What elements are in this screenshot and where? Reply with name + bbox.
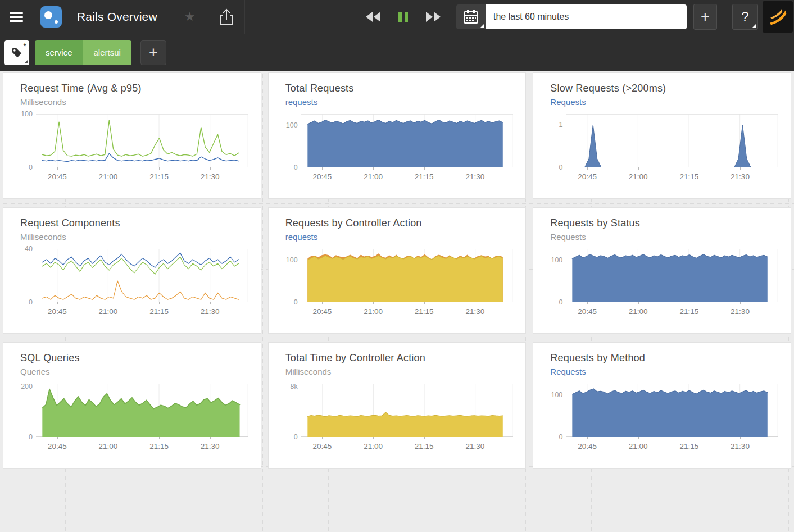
solarwinds-logo-button[interactable] bbox=[763, 1, 793, 33]
axis-tick bbox=[108, 437, 108, 439]
y-axis: 100 0 bbox=[20, 114, 36, 167]
plot-area[interactable] bbox=[566, 384, 778, 437]
chart-panel-3[interactable]: Slow Requests (>200ms) Requests 1 0 20:4… bbox=[533, 72, 791, 199]
chart-region: 8k 0 bbox=[285, 384, 514, 437]
panel-subtitle[interactable]: Milliseconds bbox=[20, 97, 248, 107]
chart-panel-2[interactable]: Total Requests requests 100 0 20:4521:00… bbox=[268, 72, 527, 199]
axis-tick bbox=[108, 302, 108, 304]
tag-filter-button[interactable]: * bbox=[4, 40, 29, 65]
chart-panel-9[interactable]: Requests by Method Requests 100 0 20:452… bbox=[533, 342, 791, 469]
chart-region: 40 0 bbox=[20, 249, 248, 302]
chart-panel-5[interactable]: Requests by Controller Action requests 1… bbox=[268, 207, 527, 334]
x-tick-label: 21:30 bbox=[465, 307, 484, 316]
share-button[interactable] bbox=[208, 0, 245, 34]
hamburger-menu-icon[interactable] bbox=[0, 0, 33, 34]
panel-subtitle[interactable]: requests bbox=[285, 232, 514, 242]
y-axis-max-label: 1 bbox=[559, 121, 562, 129]
x-tick-label: 21:00 bbox=[98, 442, 117, 451]
panel-subtitle[interactable]: Queries bbox=[20, 367, 248, 376]
panel-subtitle[interactable]: Milliseconds bbox=[285, 367, 514, 376]
y-axis-max-label: 100 bbox=[286, 122, 298, 129]
x-axis: 20:4521:0021:1521:30 bbox=[566, 302, 778, 319]
rewind-button[interactable] bbox=[366, 12, 380, 22]
chart-panel-1[interactable]: Request Time (Avg & p95) Milliseconds 10… bbox=[3, 72, 261, 199]
favorite-star-icon[interactable]: ★ bbox=[184, 11, 196, 23]
x-axis: 20:4521:0021:1521:30 bbox=[36, 437, 248, 454]
axis-tick bbox=[159, 437, 160, 439]
y-axis: 100 0 bbox=[285, 249, 301, 302]
calendar-button[interactable] bbox=[456, 4, 486, 29]
x-tick-label: 21:00 bbox=[364, 442, 383, 451]
axis-tick bbox=[689, 167, 689, 170]
x-tick-label: 21:15 bbox=[149, 172, 169, 181]
x-tick-label: 20:45 bbox=[313, 442, 332, 451]
axis-tick bbox=[475, 437, 475, 439]
chart-canvas bbox=[301, 114, 514, 167]
chart-region: 100 0 bbox=[550, 249, 778, 302]
axis-tick bbox=[638, 437, 639, 439]
y-axis-min-label: 0 bbox=[559, 299, 562, 306]
dashboard-grid: Request Time (Avg & p95) Milliseconds 10… bbox=[3, 72, 791, 469]
y-axis: 1 0 bbox=[550, 114, 566, 167]
x-tick-label: 21:15 bbox=[415, 307, 434, 316]
axis-tick bbox=[159, 167, 160, 170]
y-axis: 100 0 bbox=[285, 114, 301, 167]
axis-tick bbox=[475, 167, 475, 170]
plot-area[interactable] bbox=[301, 249, 514, 302]
chart-panel-8[interactable]: Total Time by Controller Action Millisec… bbox=[268, 342, 527, 469]
panel-subtitle[interactable]: requests bbox=[285, 97, 514, 107]
y-axis: 200 0 bbox=[20, 384, 36, 437]
plot-area[interactable] bbox=[566, 114, 778, 167]
y-axis-max-label: 40 bbox=[25, 245, 33, 253]
plot-area[interactable] bbox=[566, 249, 778, 302]
plot-area[interactable] bbox=[36, 114, 248, 167]
panel-subtitle[interactable]: Milliseconds bbox=[20, 232, 248, 242]
time-range-input[interactable] bbox=[486, 4, 687, 29]
chart-panel-4[interactable]: Request Components Milliseconds 40 0 20:… bbox=[3, 207, 261, 334]
add-tag-button[interactable]: + bbox=[140, 40, 166, 65]
chart-region: 200 0 bbox=[20, 384, 248, 437]
x-tick-label: 20:45 bbox=[48, 172, 67, 181]
x-tick-label: 20:45 bbox=[578, 307, 597, 316]
panel-subtitle[interactable]: Requests bbox=[550, 97, 778, 107]
chart-panel-6[interactable]: Requests by Status Requests 100 0 20:452… bbox=[533, 207, 791, 334]
x-axis: 20:4521:0021:1521:30 bbox=[301, 302, 514, 319]
x-tick-label: 21:30 bbox=[465, 442, 484, 451]
pause-button[interactable] bbox=[398, 12, 408, 22]
y-axis-max-label: 8k bbox=[290, 383, 297, 390]
share-icon bbox=[219, 8, 234, 25]
axis-tick bbox=[638, 167, 639, 170]
solarwinds-icon bbox=[767, 6, 788, 28]
y-axis-max-label: 200 bbox=[21, 383, 33, 390]
x-tick-label: 21:00 bbox=[98, 307, 117, 316]
panel-subtitle[interactable]: Requests bbox=[550, 367, 778, 376]
axis-tick bbox=[210, 167, 211, 170]
chart-canvas bbox=[301, 249, 514, 302]
fast-forward-icon bbox=[426, 12, 441, 22]
chart-panel-7[interactable]: SQL Queries Queries 200 0 20:4521:0021:1… bbox=[3, 342, 261, 469]
x-tick-label: 20:45 bbox=[48, 307, 67, 316]
plot-area[interactable] bbox=[36, 249, 248, 302]
tag-key[interactable]: service bbox=[35, 40, 83, 65]
x-axis: 20:4521:0021:1521:30 bbox=[301, 167, 514, 184]
x-tick-label: 20:45 bbox=[313, 172, 332, 181]
panel-title: Request Components bbox=[20, 217, 248, 229]
tag-icon bbox=[11, 47, 23, 59]
plot-area[interactable] bbox=[301, 384, 514, 437]
panel-subtitle[interactable]: Requests bbox=[550, 232, 778, 242]
tag-value[interactable]: alertsui bbox=[83, 40, 131, 65]
plot-area[interactable] bbox=[301, 114, 514, 167]
axis-tick bbox=[424, 302, 425, 304]
axis-tick bbox=[475, 302, 475, 304]
x-tick-label: 20:45 bbox=[578, 442, 597, 451]
chart-canvas bbox=[566, 114, 778, 167]
panel-title: Request Time (Avg & p95) bbox=[20, 83, 248, 94]
help-button[interactable]: ? bbox=[732, 4, 758, 30]
plot-area[interactable] bbox=[36, 384, 248, 437]
fast-forward-button[interactable] bbox=[426, 12, 441, 22]
y-axis-min-label: 0 bbox=[29, 299, 33, 306]
y-axis: 8k 0 bbox=[285, 384, 301, 437]
add-chart-button[interactable]: + bbox=[693, 4, 717, 30]
axis-tick bbox=[159, 302, 160, 304]
app-logo[interactable] bbox=[40, 6, 62, 28]
